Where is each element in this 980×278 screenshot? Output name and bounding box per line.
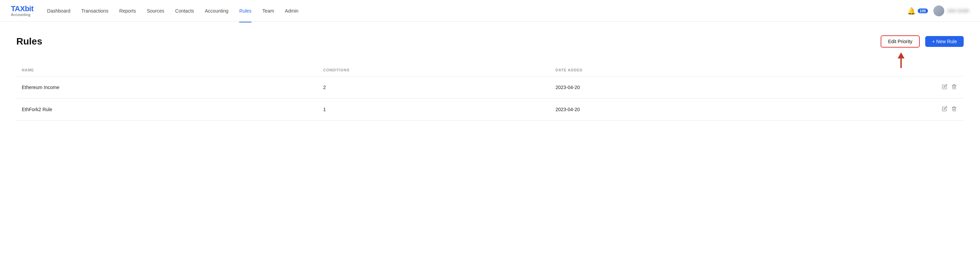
col-header-conditions: CONDITIONS [318, 64, 550, 76]
table-header: NAME CONDITIONS DATE ADDED [16, 64, 964, 76]
cell-conditions-1: 1 [318, 99, 550, 121]
col-header-name: NAME [16, 64, 318, 76]
nav-accounting[interactable]: Accounting [205, 7, 228, 15]
avatar-name: John Smith [947, 8, 969, 13]
table-body: Ethereum Income 2 2023-04-20 [16, 76, 964, 121]
nav-dashboard[interactable]: Dashboard [47, 7, 70, 15]
user-avatar-menu[interactable]: John Smith [933, 5, 969, 16]
nav-sources[interactable]: Sources [147, 7, 164, 15]
arrow-shaft [900, 58, 902, 68]
header-actions: Edit Priority + New Rule [881, 35, 964, 47]
nav-team[interactable]: Team [262, 7, 274, 15]
nav-transactions[interactable]: Transactions [81, 7, 108, 15]
delete-rule-button-0[interactable] [950, 82, 958, 92]
nav-admin[interactable]: Admin [285, 7, 298, 15]
cell-date-0: 2023-04-20 [550, 76, 786, 99]
rules-table: NAME CONDITIONS DATE ADDED Ethereum Inco… [16, 64, 964, 121]
page-content: Rules Edit Priority + New Rule NAME COND… [0, 22, 980, 134]
delete-rule-button-1[interactable] [950, 105, 958, 114]
edit-priority-button[interactable]: Edit Priority [881, 35, 920, 47]
cell-date-1: 2023-04-20 [550, 99, 786, 121]
top-nav: TAXbit Accounting Dashboard Transactions… [0, 0, 980, 22]
page-header: Rules Edit Priority + New Rule [16, 35, 964, 47]
col-header-actions [786, 64, 964, 76]
cell-conditions-0: 2 [318, 76, 550, 99]
table-row: Ethereum Income 2 2023-04-20 [16, 76, 964, 99]
edit-rule-button-0[interactable] [940, 82, 949, 92]
arrow-annotation [898, 52, 904, 68]
edit-rule-button-1[interactable] [940, 105, 949, 114]
logo-taxbit: TAXbit [11, 5, 33, 13]
logo-subtitle: Accounting [11, 13, 33, 17]
avatar [933, 5, 944, 16]
bell-icon: 🔔 [907, 7, 916, 15]
logo[interactable]: TAXbit Accounting [11, 5, 33, 17]
notifications-button[interactable]: 🔔 100 [907, 7, 928, 15]
cell-name-0: Ethereum Income [16, 76, 318, 99]
nav-rules[interactable]: Rules [239, 7, 251, 15]
nav-right: 🔔 100 John Smith [907, 5, 969, 16]
new-rule-button[interactable]: + New Rule [925, 36, 964, 47]
col-header-date-added: DATE ADDED [550, 64, 786, 76]
nav-contacts[interactable]: Contacts [175, 7, 194, 15]
notification-badge: 100 [918, 8, 928, 13]
arrow-up-icon [898, 52, 904, 58]
page-title: Rules [16, 36, 42, 47]
cell-name-1: EthFork2 Rule [16, 99, 318, 121]
nav-links: Dashboard Transactions Reports Sources C… [47, 7, 907, 15]
table-row: EthFork2 Rule 1 2023-04-20 [16, 99, 964, 121]
nav-reports[interactable]: Reports [119, 7, 136, 15]
